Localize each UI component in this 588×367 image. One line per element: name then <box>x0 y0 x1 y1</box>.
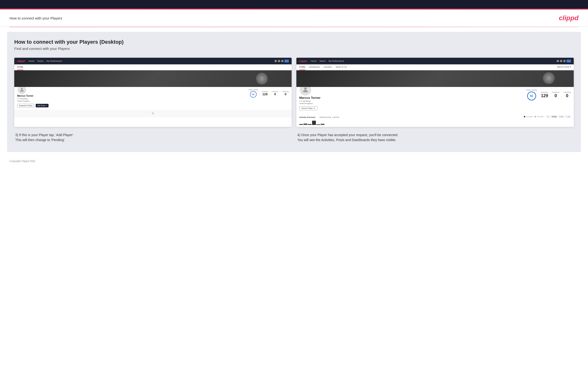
on-course-dot <box>524 116 525 117</box>
activity-summary: Activity Summary Monthly Activity · 6 Mo… <box>296 113 574 127</box>
mock-bottom-left: ✎ <box>14 110 292 117</box>
filter-6mths[interactable]: 6 mths <box>551 116 557 118</box>
tab-what-to-on-right[interactable]: What To On <box>336 64 347 70</box>
tab-profile-left[interactable]: Profile <box>17 64 23 70</box>
request-follow-button[interactable]: Request to Follow <box>17 104 34 107</box>
mock-profile-left: Marcus Turner 1-5 Handicap United Kingdo… <box>14 87 292 110</box>
tab-dashboard-right[interactable]: Dashboard <box>309 64 320 70</box>
activity-header: Activity Summary Monthly Activity · 6 Mo… <box>299 115 571 119</box>
bar-3 <box>308 124 311 125</box>
following-label-right: Following <box>563 91 571 93</box>
bar-5 <box>316 124 320 125</box>
description-text-left: 3) If this is your Player tap, 'Add Play… <box>15 133 291 142</box>
player-name-right: Marcus Turner <box>299 96 320 100</box>
logo: clippd <box>559 14 579 22</box>
mock-nav-right-left <box>275 60 289 62</box>
quality-label-left: Player Quality <box>249 89 258 91</box>
description-right: 4) Once your Player has accepted your re… <box>296 133 574 142</box>
bar-1 <box>299 124 303 125</box>
tab-activities-right[interactable]: Activities <box>323 64 332 70</box>
mock-nav-items-left: Home Teams My Performance <box>28 60 271 62</box>
activity-title: Activity Summary <box>299 116 315 118</box>
followers-stat-left: Followers 0 <box>272 91 278 96</box>
activity-subtitle: Monthly Activity · 6 Months <box>320 117 339 118</box>
screenshot-right: clippd Home Teams My Performance Profile <box>296 58 574 127</box>
mock-profile-right-section: Marcus Turner 1-5 Handicap United Kingdo… <box>296 87 574 113</box>
activities-value-left: 129 <box>262 92 268 96</box>
screenshot-left: clippd Home Teams My Performance Profile <box>14 58 292 127</box>
user-icon-right <box>560 60 562 62</box>
flag-icon-left <box>285 60 289 62</box>
mock-nav-performance-left: My Performance <box>46 60 62 62</box>
mock-logo-left: clippd <box>17 60 25 62</box>
followers-stat-right: Followers 0 <box>552 91 560 98</box>
quality-stat-right: Player Quality 92 <box>526 89 537 100</box>
quality-stat-left: Player Quality 92 <box>249 89 258 98</box>
svg-point-0 <box>21 88 23 90</box>
mock-tabs-left-group: Profile Dashboard Activities What To On <box>299 64 347 70</box>
player-dropdown[interactable]: Marcus Turner ▾ <box>557 64 571 70</box>
following-value-right: 0 <box>563 93 571 98</box>
pencil-icon: ✎ <box>152 112 154 116</box>
quality-circle-left: 92 <box>250 91 257 98</box>
add-player-button[interactable]: Add Player + <box>36 104 49 107</box>
following-label-left: Following <box>282 91 289 92</box>
player-handicap-right: 1-5 Handicap <box>299 100 311 102</box>
svg-point-1 <box>304 87 307 90</box>
bar-6 <box>321 124 324 125</box>
descriptions-row: 3) If this is your Player tap, 'Add Play… <box>14 133 574 142</box>
on-course-label: On course <box>526 116 533 117</box>
mock-nav-right-right <box>557 60 571 62</box>
off-course-label: Off course <box>537 116 544 117</box>
screenshots-row: clippd Home Teams My Performance Profile <box>14 58 574 127</box>
quality-circle-right: 92 <box>527 92 536 100</box>
user-icon-left <box>278 60 280 62</box>
flag-icon-right <box>567 60 571 62</box>
remove-player-wrapper: Remove Player ✕ <box>299 106 317 110</box>
settings-icon-left <box>281 60 284 62</box>
mock-profile-info-right: Marcus Turner 1-5 Handicap United Kingdo… <box>299 89 320 110</box>
mock-nav-performance-right: My Performance <box>329 60 344 62</box>
header: How to connect with your Players clippd <box>0 9 588 27</box>
activities-label-right: Activities <box>541 91 548 93</box>
player-location-right: United Kingdom <box>299 102 313 105</box>
search-icon-right <box>557 60 559 62</box>
filter-1yr[interactable]: 1 yr <box>546 116 550 118</box>
page-title: How to connect with your Players <box>9 16 62 20</box>
mock-nav-right: clippd Home Teams My Performance <box>296 58 574 64</box>
quality-label-right: Player Quality <box>526 89 537 91</box>
activities-value-right: 129 <box>541 93 548 98</box>
bar-4 <box>312 121 316 125</box>
player-name-left: Marcus Turner <box>17 94 34 97</box>
activities-stat-left: Activities 129 <box>262 91 268 96</box>
mock-profile-info-left: Marcus Turner 1-5 Handicap United Kingdo… <box>17 89 49 107</box>
followers-value-left: 0 <box>272 92 278 96</box>
mock-nav-home-left: Home <box>28 60 34 62</box>
mock-hero-right <box>296 70 574 87</box>
close-icon-remove: ✕ <box>313 107 315 109</box>
player-handicap-left: 1-5 Handicap <box>17 98 28 100</box>
followers-value-right: 0 <box>552 93 560 98</box>
mock-stats-left: Player Quality 92 Activities 129 Followe… <box>249 89 289 98</box>
copyright: Copyright Clippd 2022 <box>9 160 35 162</box>
filter-1mth[interactable]: 1 mth <box>565 116 571 118</box>
bar-2 <box>303 124 307 125</box>
off-course-dot <box>535 116 536 117</box>
tab-profile-right[interactable]: Profile <box>299 64 305 70</box>
following-value-left: 0 <box>282 92 289 96</box>
description-left: 3) If this is your Player tap, 'Add Play… <box>14 133 292 142</box>
activity-filters: On course Off course 1 yr 6 mths 3 mths … <box>524 116 571 118</box>
chart-area <box>299 120 571 125</box>
settings-icon-right <box>563 60 566 62</box>
followers-label-right: Followers <box>552 91 560 93</box>
main-subheading: Find and connect with your Players <box>14 47 574 50</box>
player-location-left: United Kingdom <box>17 100 30 102</box>
profile-buttons-left: Request to Follow Add Player + <box>17 104 49 107</box>
filter-3mths[interactable]: 3 mths <box>558 116 564 118</box>
remove-player-button[interactable]: Remove Player ✕ <box>299 106 317 110</box>
following-stat-right: Following 0 <box>563 91 571 98</box>
mock-tabs-right: Profile Dashboard Activities What To On … <box>296 64 574 70</box>
mock-stats-right: Player Quality 92 Activities 129 Followe… <box>526 89 571 100</box>
top-bar <box>0 0 588 8</box>
mock-nav-teams-left: Teams <box>37 60 43 62</box>
